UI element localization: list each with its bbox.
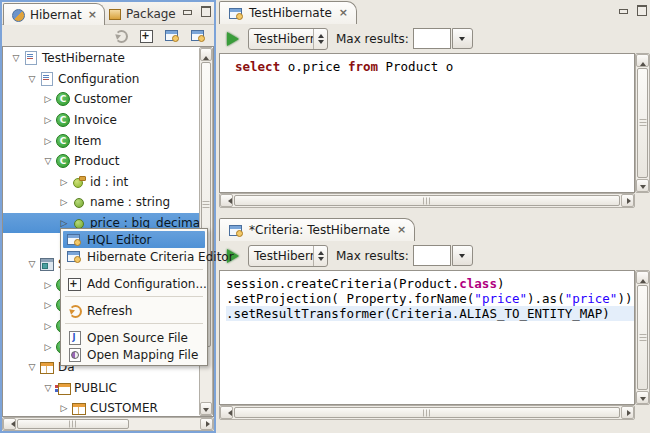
close-icon[interactable]: × [88,10,97,20]
menu-item-criteria-editor[interactable]: Hibernate Criteria Editor [63,248,205,265]
open-hql-editor-icon[interactable] [164,29,180,42]
console-configuration-combo[interactable]: TestHiberna [248,28,328,50]
tab-label: *Criteria: TestHibernate [249,223,390,237]
code-token: Product o [378,59,453,74]
mapping-file-icon [66,348,82,361]
tree-row[interactable]: ▽TestHibernate [3,48,199,69]
open-criteria-editor-icon[interactable] [190,29,206,42]
max-results-input[interactable] [413,28,451,49]
close-icon[interactable]: × [339,8,348,18]
minimize-icon[interactable] [182,6,193,16]
scrollbar-thumb[interactable] [234,195,620,206]
tree-row[interactable]: ▷name : string [3,192,199,213]
expand-arrow-icon[interactable]: ▷ [41,321,55,331]
menu-item-add-configuration[interactable]: Add Configuration... [63,275,205,292]
scroll-down-icon[interactable] [636,391,649,404]
max-results-dropdown-button[interactable] [452,245,473,266]
tab-hibernate-configurations[interactable]: Hibernat × [3,3,105,25]
tree-row[interactable]: ▷Item [3,130,199,151]
max-results-input[interactable] [413,245,451,266]
scrollbar-thumb[interactable] [234,407,620,418]
criteria-code-area[interactable]: session.createCriteria(Product.class).se… [219,270,635,405]
menu-item-mapping-file[interactable]: Open Mapping File [63,346,205,363]
hql-toolbar: TestHiberna Max results: [219,24,650,53]
run-query-button[interactable] [224,30,242,48]
collapse-arrow-icon[interactable]: ▽ [25,74,39,84]
code-token: select [235,59,280,74]
editor-vertical-scrollbar[interactable] [635,53,650,193]
spinner-icon[interactable] [313,29,327,49]
editor-vertical-scrollbar[interactable] [635,270,650,405]
tab-hql-editor[interactable]: TestHibernate × [219,1,357,24]
code-line: .setProjection( Property.forName("price"… [226,291,634,306]
scroll-left-icon[interactable] [220,194,233,207]
criteria-editor-icon [228,224,244,237]
tree-row[interactable]: ▷Invoice [3,110,199,131]
tab-label: Package [126,7,176,21]
editor-minmax-buttons [618,5,647,15]
console-configuration-combo[interactable]: TestHiberna [248,245,328,267]
maximize-icon[interactable] [200,6,211,16]
expand-arrow-icon[interactable]: ▷ [41,115,55,125]
collapse-arrow-icon[interactable]: ▽ [25,259,39,269]
expand-arrow-icon[interactable]: ▷ [57,197,71,207]
scroll-down-icon[interactable] [636,179,649,192]
scrollbar-thumb[interactable] [637,285,648,390]
max-results-dropdown-button[interactable] [452,28,473,49]
maximize-icon[interactable] [636,5,647,15]
expand-arrow-icon[interactable]: ▷ [57,218,71,228]
tab-criteria-editor[interactable]: *Criteria: TestHibernate × [219,218,415,241]
scroll-right-icon[interactable] [621,194,634,207]
expand-arrow-icon[interactable]: ▷ [41,94,55,104]
code-token: .setProjection( Property.forName( [226,291,474,306]
table-icon [71,401,86,415]
spinner-icon[interactable] [313,246,327,266]
tree-row-label: Customer [74,92,132,106]
expand-arrow-icon[interactable]: ▷ [41,342,55,352]
menu-item-hql-editor[interactable]: HQL Editor [63,231,205,248]
scrollbar-thumb[interactable] [17,419,129,429]
tree-row[interactable]: ▷Customer [3,89,199,110]
tree-row[interactable]: ▽Product [3,151,199,172]
menu-item-label: Open Mapping File [87,348,198,362]
editor-tabbar: TestHibernate × [219,0,650,24]
collapse-arrow-icon[interactable]: ▽ [9,53,23,63]
scroll-left-icon[interactable] [3,418,16,430]
tree-row[interactable]: ▽PUBLIC [3,378,199,399]
expand-arrow-icon[interactable]: ▷ [57,177,71,187]
scrollbar-thumb[interactable] [637,68,648,178]
collapse-arrow-icon[interactable]: ▽ [41,383,55,393]
minimize-icon[interactable] [618,5,629,15]
expand-arrow-icon[interactable]: ▷ [41,136,55,146]
tree-horizontal-scrollbar[interactable] [2,417,214,431]
editor-horizontal-scrollbar[interactable] [219,193,635,208]
scroll-right-icon[interactable] [200,418,213,430]
tree-row[interactable]: ▷CUSTOMER [3,398,199,416]
expand-arrow-icon[interactable]: ▷ [41,280,55,290]
tree-row[interactable]: ▽Configuration [3,69,199,90]
close-icon[interactable]: × [397,225,406,235]
scroll-up-icon[interactable] [200,48,212,61]
scroll-up-icon[interactable] [636,271,649,284]
menu-item-source-file[interactable]: Open Source File [63,329,205,346]
collapse-arrow-icon[interactable]: ▽ [41,156,55,166]
editor-horizontal-scrollbar[interactable] [219,405,635,420]
scroll-down-icon[interactable] [200,402,212,415]
expand-arrow-icon[interactable]: ▷ [41,300,55,310]
scroll-right-icon[interactable] [621,406,634,419]
add-configuration-icon[interactable] [138,29,154,42]
hql-editor-icon [228,7,244,20]
menu-item-refresh[interactable]: Refresh [63,302,205,319]
editor-tabbar: *Criteria: TestHibernate × [219,217,650,241]
hql-code-area[interactable]: select o.price from Product o [219,53,635,193]
scroll-left-icon[interactable] [220,406,233,419]
tree-row[interactable]: ▷id : int [3,172,199,193]
refresh-icon[interactable] [112,29,128,42]
identifier-icon [71,175,86,189]
schema-icon [55,381,70,395]
session-factory-icon [39,257,54,271]
tab-package-explorer[interactable]: Package [100,3,183,25]
collapse-arrow-icon[interactable]: ▽ [25,362,39,372]
scroll-up-icon[interactable] [636,54,649,67]
expand-arrow-icon[interactable]: ▷ [57,403,71,413]
